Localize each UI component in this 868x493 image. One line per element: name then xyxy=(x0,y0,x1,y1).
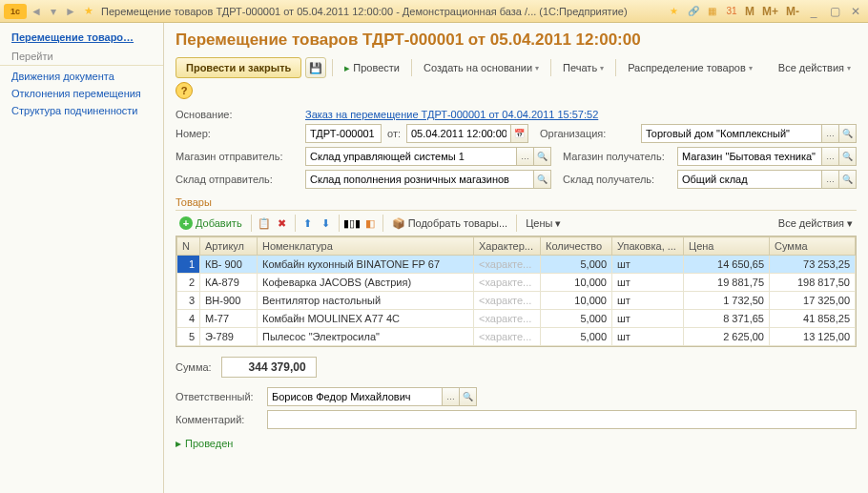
table-row[interactable]: 5Э-789Пылесос "Электросила"<характе...5,… xyxy=(177,328,856,346)
wh-receiver-open-icon[interactable]: 🔍 xyxy=(839,170,857,189)
shop-receiver-open-icon[interactable]: 🔍 xyxy=(839,147,857,166)
content-area: Перемещение товаров ТДРТ-000001 от 05.04… xyxy=(164,23,868,493)
maximize-icon[interactable]: ▢ xyxy=(826,4,843,19)
grid-toolbar: +Добавить 📋 ✖ ⬆ ⬇ ▮▯▮ ◧ 📦Подобрать товар… xyxy=(176,215,857,232)
print-button[interactable]: Печать▾ xyxy=(557,59,610,76)
help-icon[interactable]: ? xyxy=(176,82,193,99)
table-row[interactable]: 1КВ- 900Комбайн кухонный BINATONE FP 67<… xyxy=(177,256,856,274)
print-label: Печать xyxy=(563,62,597,73)
save-icon[interactable]: 💾 xyxy=(305,57,326,78)
comment-label: Комментарий: xyxy=(176,414,261,425)
main-toolbar: Провести и закрыть 💾 ▸Провести Создать н… xyxy=(176,57,857,99)
wh-receiver-select-icon[interactable]: … xyxy=(822,170,839,189)
sidebar-section-goto: Перейти xyxy=(0,48,163,66)
pick-label: Подобрать товары... xyxy=(408,217,508,229)
plus-icon: + xyxy=(179,216,193,230)
org-select-icon[interactable]: … xyxy=(822,124,839,143)
table-row[interactable]: 3ВН-900Вентилятор настольный<характе...1… xyxy=(177,292,856,310)
grid-header[interactable]: Сумма xyxy=(770,237,856,256)
m-minus-button[interactable]: M- xyxy=(784,5,801,18)
distribution-button[interactable]: Распределение товаров▾ xyxy=(622,59,758,76)
all-actions-button[interactable]: Все действия▾ xyxy=(773,59,857,76)
org-open-icon[interactable]: 🔍 xyxy=(839,124,857,143)
m-button[interactable]: M xyxy=(743,5,756,18)
titlebar: 1c ◄ ▾ ► ★ Перемещение товаров ТДРТ-0000… xyxy=(0,0,868,23)
sidebar-item-deviations[interactable]: Отклонения перемещения xyxy=(0,85,163,102)
barcode-icon[interactable]: ▮▯▮ xyxy=(344,216,360,231)
add-label: Добавить xyxy=(196,217,242,229)
all-actions-label: Все действия xyxy=(778,62,844,73)
comment-input[interactable] xyxy=(267,410,857,429)
sidebar-item-structure[interactable]: Структура подчиненности xyxy=(0,102,163,119)
shop-receiver-input[interactable] xyxy=(677,147,822,166)
shop-sender-open-icon[interactable]: 🔍 xyxy=(534,147,551,166)
delete-row-icon[interactable]: ✖ xyxy=(275,216,290,231)
grid-header[interactable]: Номенклатура xyxy=(258,237,474,256)
wh-receiver-input[interactable] xyxy=(677,170,822,189)
nav-back-icon[interactable]: ◄ xyxy=(29,4,44,19)
post-label: Провести xyxy=(353,62,400,73)
move-down-icon[interactable]: ⬇ xyxy=(319,216,334,231)
date-picker-icon[interactable]: 📅 xyxy=(511,124,528,143)
m-plus-button[interactable]: M+ xyxy=(760,5,780,18)
responsible-select-icon[interactable]: … xyxy=(443,387,460,406)
star-icon: ★ xyxy=(84,5,97,18)
fav-icon[interactable]: ★ xyxy=(667,4,682,19)
nav-fwd-icon[interactable]: ► xyxy=(63,4,78,19)
grid-header[interactable]: N xyxy=(177,237,200,256)
responsible-label: Ответственный: xyxy=(176,391,261,402)
distribution-label: Распределение товаров xyxy=(628,62,746,73)
create-based-button[interactable]: Создать на основании▾ xyxy=(418,59,545,76)
sum-label: Сумма: xyxy=(176,361,212,373)
responsible-open-icon[interactable]: 🔍 xyxy=(460,387,477,406)
from-label: от: xyxy=(387,128,401,139)
link-icon[interactable]: 🔗 xyxy=(686,4,701,19)
app-logo-icon: 1c xyxy=(4,4,27,19)
close-icon[interactable]: ✕ xyxy=(847,4,864,19)
calc-icon[interactable]: ▦ xyxy=(705,4,720,19)
number-input[interactable] xyxy=(305,124,382,143)
grid-header[interactable]: Количество xyxy=(541,237,612,256)
shop-sender-label: Магазин отправитель: xyxy=(176,151,300,162)
grid-all-actions-label: Все действия xyxy=(778,217,844,229)
grid-header[interactable]: Характер... xyxy=(474,237,541,256)
pick-goods-button[interactable]: 📦Подобрать товары... xyxy=(388,216,512,232)
date-input[interactable] xyxy=(406,124,511,143)
grid-header[interactable]: Артикул xyxy=(200,237,258,256)
grid-all-actions-button[interactable]: Все действия▾ xyxy=(775,216,857,232)
shop-receiver-select-icon[interactable]: … xyxy=(822,147,839,166)
grid-header[interactable]: Упаковка, ... xyxy=(612,237,684,256)
prices-button[interactable]: Цены▾ xyxy=(522,216,565,232)
wh-sender-open-icon[interactable]: 🔍 xyxy=(534,170,551,189)
prices-label: Цены xyxy=(526,217,552,229)
post-and-close-button[interactable]: Провести и закрыть xyxy=(176,57,301,78)
copy-row-icon[interactable]: 📋 xyxy=(257,216,272,231)
wh-sender-input[interactable] xyxy=(305,170,534,189)
post-button[interactable]: ▸Провести xyxy=(339,59,405,77)
org-input[interactable] xyxy=(641,124,822,143)
move-up-icon[interactable]: ⬆ xyxy=(300,216,316,231)
table-row[interactable]: 2КА-879Кофеварка JACOBS (Австрия)<характ… xyxy=(177,274,856,292)
sidebar: Перемещение товаро… Перейти Движения док… xyxy=(0,23,164,493)
shop-sender-input[interactable] xyxy=(305,147,517,166)
shop-sender-select-icon[interactable]: … xyxy=(517,147,534,166)
table-row[interactable]: 4М-77Комбайн MOULINEX A77 4C<характе...5… xyxy=(177,310,856,328)
doc-title: Перемещение товаров ТДРТ-000001 от 05.04… xyxy=(176,31,857,50)
sidebar-item-doc[interactable]: Перемещение товаро… xyxy=(0,29,163,46)
grid-header[interactable]: Цена xyxy=(684,237,770,256)
add-row-button[interactable]: +Добавить xyxy=(176,215,246,232)
status-text: Проведен xyxy=(185,438,233,449)
window-title: Перемещение товаров ТДРТ-000001 от 05.04… xyxy=(101,6,667,17)
sidebar-item-movements[interactable]: Движения документа xyxy=(0,68,163,85)
minimize-icon[interactable]: _ xyxy=(805,4,822,19)
sum-value: 344 379,00 xyxy=(221,357,317,378)
responsible-input[interactable] xyxy=(267,387,443,406)
basis-link[interactable]: Заказ на перемещение ТДРТ-000001 от 04.0… xyxy=(305,109,598,120)
calendar-icon[interactable]: 31 xyxy=(724,4,739,19)
goods-grid[interactable]: NАртикулНоменклатураХарактер...Количеств… xyxy=(176,236,857,347)
scanner-icon[interactable]: ◧ xyxy=(362,216,378,231)
wh-sender-label: Склад отправитель: xyxy=(176,174,300,185)
nav-dropdown-icon[interactable]: ▾ xyxy=(46,4,61,19)
org-label: Организация: xyxy=(540,128,635,139)
goods-section-title: Товары xyxy=(176,196,857,211)
